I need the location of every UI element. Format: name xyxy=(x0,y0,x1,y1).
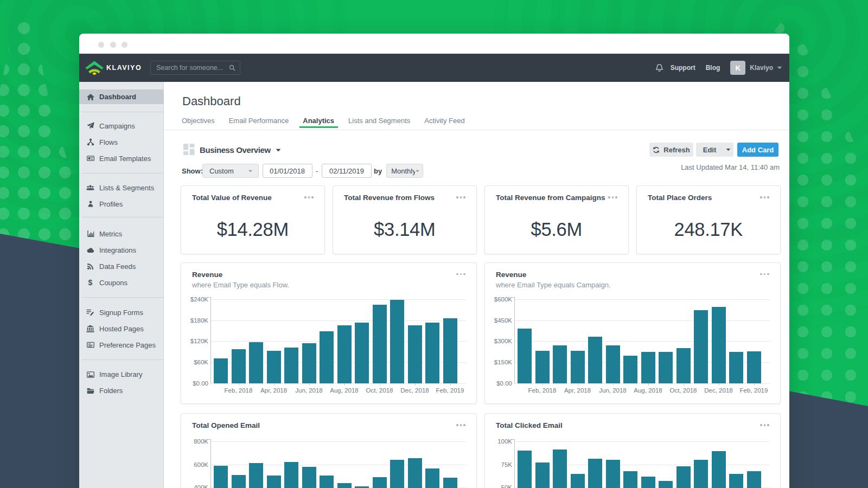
chart-bar[interactable] xyxy=(373,305,387,383)
chart-bar[interactable] xyxy=(729,352,743,383)
card-menu-icon[interactable] xyxy=(456,424,465,426)
edit-button[interactable]: Edit xyxy=(696,143,723,157)
sidebar-item-campaigns[interactable]: Campaigns xyxy=(79,119,164,133)
chart-bar[interactable] xyxy=(535,463,550,488)
chart-bar[interactable] xyxy=(623,356,637,383)
card-menu-icon[interactable] xyxy=(304,196,313,198)
chart-bar[interactable] xyxy=(390,460,404,488)
chart-bar[interactable] xyxy=(712,451,726,488)
sidebar-item-metrics[interactable]: Metrics xyxy=(79,227,164,241)
chart-bar[interactable] xyxy=(408,458,422,488)
card-menu-icon[interactable] xyxy=(760,196,769,198)
card-menu-icon[interactable] xyxy=(760,424,769,426)
chart-bar[interactable] xyxy=(729,474,743,488)
end-date-input[interactable]: 02/11/2019 xyxy=(322,164,372,178)
chart-bar[interactable] xyxy=(302,467,316,488)
chart-bar[interactable] xyxy=(694,310,708,383)
avatar[interactable]: K xyxy=(730,61,745,75)
chart-bar[interactable] xyxy=(390,300,404,383)
chart-bar[interactable] xyxy=(443,478,457,488)
sidebar-item-flows[interactable]: Flows xyxy=(79,135,164,150)
chart-bar[interactable] xyxy=(267,351,281,383)
chart-bar[interactable] xyxy=(302,343,316,383)
chart-bar[interactable] xyxy=(320,476,334,488)
account-caret-icon[interactable] xyxy=(777,66,782,69)
chart-bar[interactable] xyxy=(571,351,585,383)
chart-bar[interactable] xyxy=(553,345,567,383)
support-link[interactable]: Support xyxy=(671,64,695,72)
sidebar-item-dashboard[interactable]: Dashboard xyxy=(79,89,164,104)
sidebar-item-preference-pages[interactable]: Preference Pages xyxy=(79,338,164,352)
tab-objectives[interactable]: Objectives xyxy=(182,114,215,130)
account-name[interactable]: Klaviyo xyxy=(750,64,773,72)
sidebar-item-signup-forms[interactable]: Signup Forms xyxy=(79,305,164,320)
tab-analytics[interactable]: Analytics xyxy=(303,114,334,130)
sidebar-item-integrations[interactable]: Integrations xyxy=(79,243,164,258)
chart-bar[interactable] xyxy=(232,475,246,488)
tab-activity-feed[interactable]: Activity Feed xyxy=(424,114,464,130)
chart-bar[interactable] xyxy=(712,307,726,383)
blog-link[interactable]: Blog xyxy=(706,64,720,72)
chart-bar[interactable] xyxy=(337,483,352,488)
chart-bar[interactable] xyxy=(249,342,263,383)
board-selector[interactable]: Business Overview xyxy=(200,144,281,156)
chart-bar[interactable] xyxy=(535,351,550,383)
card-menu-icon[interactable] xyxy=(456,196,465,198)
chart-bar[interactable] xyxy=(518,451,532,488)
chart-bar[interactable] xyxy=(373,477,387,488)
chart-bar[interactable] xyxy=(214,358,228,383)
chart-bar[interactable] xyxy=(425,323,439,383)
card-menu-icon[interactable] xyxy=(456,273,465,275)
chart-bar[interactable] xyxy=(320,331,334,383)
chart-bar[interactable] xyxy=(659,352,673,383)
brand-name[interactable]: KLAVIYO xyxy=(106,54,142,82)
chart-bar[interactable] xyxy=(623,471,637,488)
chart-bar[interactable] xyxy=(694,460,708,488)
chart-bar[interactable] xyxy=(355,323,369,383)
chart-bar[interactable] xyxy=(588,337,602,383)
chart-bar[interactable] xyxy=(659,481,673,488)
chart-bar[interactable] xyxy=(571,474,585,488)
chart-bar[interactable] xyxy=(408,325,422,383)
start-date-input[interactable]: 01/01/2018 xyxy=(263,164,312,178)
chart-bar[interactable] xyxy=(588,459,602,488)
chart-bar[interactable] xyxy=(337,325,352,383)
chart-bar[interactable] xyxy=(249,463,263,488)
chart-bar[interactable] xyxy=(676,466,691,488)
chart-bar[interactable] xyxy=(747,471,761,488)
chart-bar[interactable] xyxy=(232,349,246,383)
chart-bar[interactable] xyxy=(553,450,567,488)
chart-bar[interactable] xyxy=(606,345,620,383)
sidebar-item-data-feeds[interactable]: Data Feeds xyxy=(79,259,164,274)
sidebar-item-hosted-pages[interactable]: Hosted Pages xyxy=(79,322,164,336)
interval-select[interactable]: Monthly xyxy=(386,164,423,178)
chart-bar[interactable] xyxy=(641,477,655,488)
chart-bar[interactable] xyxy=(425,468,439,488)
window-dot-2[interactable] xyxy=(110,42,116,48)
chart-bar[interactable] xyxy=(284,462,298,488)
range-preset-select[interactable]: Custom xyxy=(202,164,259,178)
klaviyo-logo-icon[interactable] xyxy=(85,61,104,77)
tab-lists-and-segments[interactable]: Lists and Segments xyxy=(348,114,410,130)
sidebar-item-profiles[interactable]: Profiles xyxy=(79,197,164,211)
sidebar-item-email-templates[interactable]: Email Templates xyxy=(79,151,164,166)
search-icon[interactable] xyxy=(229,65,235,71)
chart-bar[interactable] xyxy=(518,329,532,383)
notifications-bell-icon[interactable] xyxy=(655,63,664,73)
chart-bar[interactable] xyxy=(214,466,228,488)
add-card-button[interactable]: Add Card xyxy=(737,143,778,157)
chart-bar[interactable] xyxy=(606,460,620,488)
edit-dropdown-button[interactable] xyxy=(723,143,733,157)
window-dot-1[interactable] xyxy=(98,42,104,48)
sidebar-item-lists-segments[interactable]: Lists & Segments xyxy=(79,181,164,195)
search-input[interactable] xyxy=(156,64,229,72)
chart-bar[interactable] xyxy=(747,351,761,383)
chart-bar[interactable] xyxy=(641,352,655,383)
tab-email-performance[interactable]: Email Performance xyxy=(229,114,289,130)
chart-bar[interactable] xyxy=(284,348,298,383)
chart-bar[interactable] xyxy=(443,318,457,383)
card-menu-icon[interactable] xyxy=(608,196,617,198)
sidebar-item-coupons[interactable]: $Coupons xyxy=(79,275,164,290)
chart-bar[interactable] xyxy=(267,476,281,488)
window-dot-3[interactable] xyxy=(122,42,127,48)
